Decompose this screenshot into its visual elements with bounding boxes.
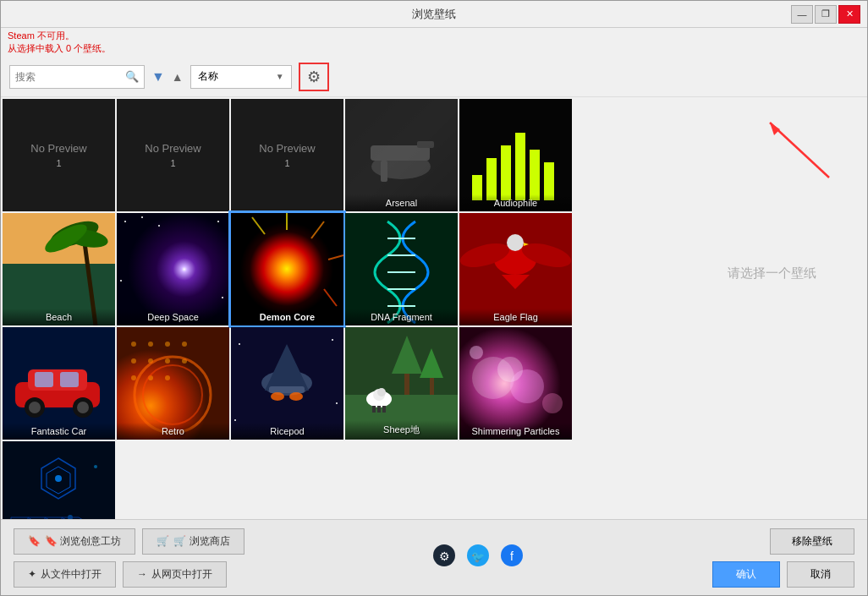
svg-point-52 (29, 402, 41, 413)
steam-error: Steam 不可用。 从选择中载入 0 个壁纸。 (1, 28, 867, 57)
window-controls: — ❐ ✕ (791, 5, 860, 24)
svg-point-94 (497, 357, 523, 382)
list-item[interactable]: No Preview 1 (117, 99, 229, 211)
gear-icon: ⚙ (307, 68, 321, 86)
twitter-icon[interactable]: 🐦 (466, 544, 490, 572)
main-window: 浏览壁纸 — ❐ ✕ Steam 不可用。 从选择中载入 0 个壁纸。 🔍 ▼ … (0, 0, 868, 596)
store-icon: 🛒 (157, 535, 169, 547)
footer-right-buttons: 移除壁纸 确认 取消 (712, 528, 854, 588)
svg-point-77 (234, 419, 236, 421)
list-item[interactable]: Beach (3, 213, 115, 325)
svg-rect-10 (530, 150, 540, 200)
workshop-label: 🔖 浏览创意工坊 (45, 534, 121, 549)
list-item[interactable]: No Preview 1 (3, 99, 115, 211)
svg-point-58 (165, 342, 170, 347)
sort-label: 名称 (198, 69, 218, 84)
svg-point-62 (165, 358, 170, 364)
svg-rect-50 (60, 372, 79, 387)
facebook-icon[interactable]: f (500, 544, 524, 572)
list-item[interactable]: No Preview 1 (231, 99, 343, 211)
list-item[interactable]: Retro (117, 327, 229, 440)
minimize-button[interactable]: — (791, 5, 813, 24)
svg-point-100 (55, 475, 62, 482)
svg-rect-89 (377, 406, 381, 413)
main-area: No Preview 1 No Preview 1 No Preview 1 (1, 97, 867, 519)
wallpaper-name: Demon Core (231, 309, 343, 325)
footer: 🔖 🔖 浏览创意工坊 🛒 🛒 浏览商店 ✦ 从文件中打开 → 从网页中打开 (1, 519, 867, 595)
wallpaper-name: Fantastic Car (3, 423, 115, 440)
search-icon[interactable]: 🔍 (125, 70, 139, 83)
wallpaper-name: Ricepod (231, 423, 343, 440)
workshop-icon: 🔖 (28, 535, 41, 547)
wallpaper-number: 1 (56, 158, 61, 168)
steam-error-line2: 从选择中载入 0 个壁纸。 (8, 42, 860, 55)
list-item[interactable]: Audiophile (459, 99, 572, 211)
svg-rect-49 (35, 372, 53, 387)
svg-rect-9 (515, 133, 525, 200)
svg-rect-4 (381, 161, 387, 182)
confirm-cancel-buttons: 确认 取消 (712, 561, 854, 588)
svg-text:🐦: 🐦 (471, 550, 486, 564)
list-item[interactable]: Techno (3, 441, 115, 519)
list-item[interactable]: Sheep地 (345, 327, 458, 440)
steam-icon[interactable]: ⚙ (432, 544, 456, 572)
browse-workshop-button[interactable]: 🔖 🔖 浏览创意工坊 (14, 528, 135, 555)
sort-arrow-icon[interactable]: ▲ (172, 70, 184, 84)
list-item[interactable]: Eagle Flag (459, 213, 572, 325)
cancel-button[interactable]: 取消 (787, 561, 854, 588)
list-item[interactable]: Demon Core (231, 213, 343, 325)
close-button[interactable]: ✕ (838, 5, 860, 24)
wallpaper-name: Shimmering Particles (459, 423, 572, 440)
confirm-button[interactable]: 确认 (712, 561, 780, 588)
svg-point-95 (470, 346, 483, 359)
footer-row-2: ✦ 从文件中打开 → 从网页中打开 (14, 561, 244, 588)
browse-store-button[interactable]: 🛒 🛒 浏览商店 (142, 528, 244, 555)
wallpaper-name: Deep Space (117, 309, 229, 325)
gear-button[interactable]: ⚙ (299, 63, 329, 91)
svg-point-66 (165, 375, 170, 380)
svg-text:⚙: ⚙ (439, 550, 450, 563)
svg-point-22 (158, 225, 160, 227)
svg-point-20 (124, 221, 126, 222)
open-web-button[interactable]: → 从网页中打开 (123, 561, 227, 588)
sort-select[interactable]: 名称 ▼ (190, 65, 292, 89)
wallpaper-name: Beach (3, 309, 115, 325)
list-item[interactable]: Shimmering Particles (459, 327, 572, 440)
svg-point-57 (148, 342, 153, 347)
wallpaper-number: 1 (170, 158, 175, 168)
list-item[interactable]: Deep Space (117, 213, 229, 325)
list-item[interactable]: Arsenal (345, 99, 458, 211)
open-file-icon: ✦ (28, 568, 36, 580)
title-bar: 浏览壁纸 — ❐ ✕ (1, 1, 867, 28)
svg-rect-72 (269, 386, 305, 393)
svg-point-25 (222, 297, 223, 298)
restore-button[interactable]: ❐ (815, 5, 837, 24)
wallpaper-grid-container[interactable]: No Preview 1 No Preview 1 No Preview 1 (1, 97, 602, 519)
list-item[interactable]: Fantastic Car (3, 327, 115, 440)
svg-rect-3 (417, 141, 434, 148)
open-file-label: 从文件中打开 (41, 567, 102, 582)
wallpaper-name: Retro (117, 423, 229, 440)
svg-point-74 (289, 392, 303, 401)
svg-marker-109 (770, 123, 780, 135)
open-file-button[interactable]: ✦ 从文件中打开 (14, 561, 116, 588)
wallpaper-number: 1 (284, 158, 289, 168)
svg-point-27 (240, 222, 333, 315)
wallpaper-name: Arsenal (345, 194, 458, 211)
store-label: 🛒 浏览商店 (173, 534, 229, 549)
list-item[interactable]: Ricepod (231, 327, 343, 440)
filter-icon[interactable]: ▼ (151, 69, 165, 85)
right-panel: 请选择一个壁纸 (602, 97, 867, 519)
svg-point-96 (542, 393, 563, 413)
remove-wallpaper-button[interactable]: 移除壁纸 (770, 528, 854, 555)
svg-point-60 (131, 358, 136, 364)
svg-text:f: f (510, 550, 514, 563)
search-input[interactable] (15, 71, 125, 83)
search-box: 🔍 (9, 65, 145, 89)
no-preview-label: No Preview (145, 142, 201, 155)
svg-point-75 (239, 343, 240, 345)
svg-point-21 (141, 216, 143, 218)
list-item[interactable]: DNA Fragment (345, 213, 458, 325)
svg-point-59 (182, 342, 187, 347)
open-web-icon: → (137, 568, 147, 580)
